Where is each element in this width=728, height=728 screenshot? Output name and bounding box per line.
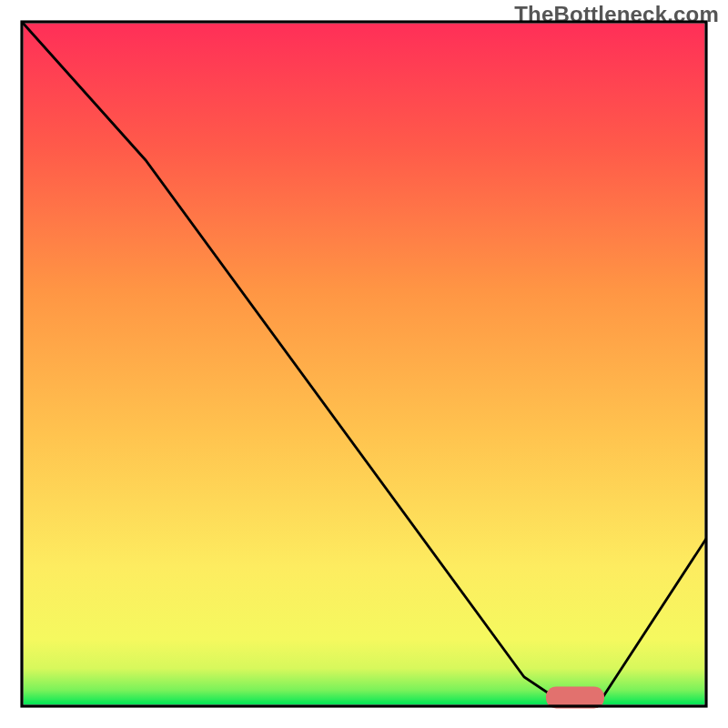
chart-gradient-background	[24, 24, 705, 705]
chart-container: TheBottleneck.com	[0, 0, 728, 728]
chart-svg	[0, 0, 728, 728]
